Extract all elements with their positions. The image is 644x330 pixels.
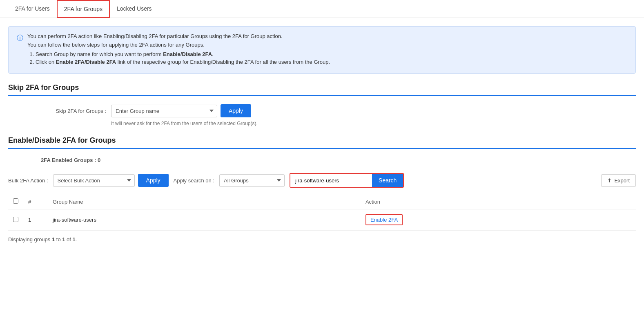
enable-2fa-link[interactable]: Enable 2FA bbox=[365, 214, 403, 225]
export-label: Export bbox=[614, 177, 630, 184]
col-checkbox bbox=[8, 194, 23, 209]
row-checkbox bbox=[8, 209, 23, 231]
skip-form-hint: It will never ask for the 2FA from the u… bbox=[78, 121, 636, 126]
skip-section-divider bbox=[8, 95, 636, 96]
search-input[interactable] bbox=[290, 174, 372, 187]
col-group-header: Group Name bbox=[48, 194, 361, 209]
row-group-name: jira-software-users bbox=[48, 209, 361, 231]
skip-group-select[interactable]: Enter Group name bbox=[111, 105, 217, 117]
groups-table: # Group Name Action 1 jira-software-user… bbox=[8, 194, 636, 231]
skip-section: Skip 2FA for Groups Skip 2FA for Groups … bbox=[8, 83, 636, 126]
info-step2: Click on Enable 2FA/Disable 2FA link of … bbox=[36, 59, 330, 65]
page-total: 1 bbox=[73, 236, 76, 242]
tab-2fa-users[interactable]: 2FA for Users bbox=[8, 0, 57, 18]
select-all-checkbox[interactable] bbox=[13, 198, 18, 204]
bulk-action-select[interactable]: Select Bulk Action bbox=[53, 174, 135, 187]
tab-2fa-groups[interactable]: 2FA for Groups bbox=[57, 0, 110, 18]
bulk-apply-button[interactable]: Apply bbox=[138, 174, 169, 187]
row-select-checkbox[interactable] bbox=[13, 217, 18, 222]
skip-input-group: Enter Group name Apply bbox=[111, 104, 251, 117]
skip-section-title: Skip 2FA for Groups bbox=[8, 83, 636, 92]
info-step1: Search Group by name for which you want … bbox=[36, 51, 330, 57]
info-text: You can perform 2FA action like Enabling… bbox=[27, 33, 330, 67]
enable-section-divider bbox=[8, 148, 636, 149]
col-action-header: Action bbox=[361, 194, 636, 209]
search-on-label: Apply search on : bbox=[174, 177, 214, 184]
search-button[interactable]: Search bbox=[372, 174, 403, 187]
skip-apply-button[interactable]: Apply bbox=[221, 104, 251, 117]
enabled-count: 0 bbox=[98, 157, 100, 163]
export-button[interactable]: ⬆ Export bbox=[601, 174, 636, 187]
page-start: 1 bbox=[52, 236, 55, 242]
enable-section-title: Enable/Disable 2FA for Groups bbox=[8, 136, 636, 145]
pagination-text: Displaying groups 1 to 1 of 1. bbox=[8, 236, 636, 242]
toolbar: Bulk 2FA Action : Select Bulk Action App… bbox=[8, 173, 636, 188]
page-end: 1 bbox=[62, 236, 65, 242]
info-line1: You can perform 2FA action like Enabling… bbox=[27, 33, 330, 39]
enabled-label: 2FA Enabled Groups : bbox=[41, 157, 96, 163]
tab-locked-users[interactable]: Locked Users bbox=[110, 0, 159, 18]
table-header: # Group Name Action bbox=[8, 194, 636, 209]
row-action: Enable 2FA bbox=[361, 209, 636, 231]
table-row: 1 jira-software-users Enable 2FA bbox=[8, 209, 636, 231]
search-on-select[interactable]: All Groups Enabled Groups Disabled Group… bbox=[219, 174, 285, 187]
enable-section: Enable/Disable 2FA for Groups 2FA Enable… bbox=[8, 136, 636, 242]
info-line2: You can follow the below steps for apply… bbox=[27, 42, 330, 48]
enabled-count-row: 2FA Enabled Groups : 0 bbox=[8, 157, 636, 163]
skip-form-row: Skip 2FA for Groups : Enter Group name A… bbox=[8, 104, 636, 117]
tab-bar: 2FA for Users 2FA for Groups Locked User… bbox=[0, 0, 644, 18]
export-icon: ⬆ bbox=[607, 177, 612, 184]
bulk-action-group: Select Bulk Action Apply bbox=[53, 174, 169, 187]
info-box: ⓘ You can perform 2FA action like Enabli… bbox=[8, 26, 636, 74]
bulk-action-label: Bulk 2FA Action : bbox=[8, 177, 48, 184]
col-number-header: # bbox=[23, 194, 48, 209]
search-group: Search bbox=[290, 173, 404, 188]
skip-form-label: Skip 2FA for Groups : bbox=[41, 108, 106, 114]
info-icon: ⓘ bbox=[17, 34, 23, 67]
row-number: 1 bbox=[23, 209, 48, 231]
